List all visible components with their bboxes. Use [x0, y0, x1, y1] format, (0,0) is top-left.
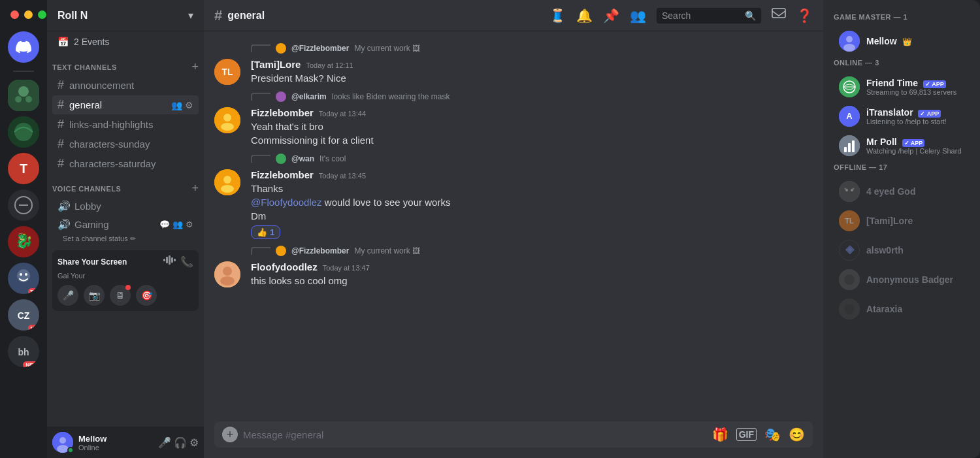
member-info-friend-time: Friend Time ✓ APP Streaming to 69,813 se… [866, 78, 970, 96]
server-icon-face[interactable]: 707 [8, 263, 39, 294]
member-name-mellow: Mellow 👑 [866, 36, 970, 46]
text-channels-add[interactable]: + [191, 60, 199, 74]
mention-floofydoodlez[interactable]: @Floofydoodlez [251, 197, 322, 208]
inbox-icon[interactable] [772, 7, 786, 24]
member-alsw0rth[interactable]: ◈ alsw0rth [828, 236, 975, 265]
svg-rect-21 [171, 257, 173, 263]
server-icon-d[interactable] [8, 189, 39, 221]
channel-announcement[interactable]: # announcement [52, 76, 199, 95]
reply-author: @Fizzlebomber [291, 44, 349, 53]
server-icon-planet[interactable] [8, 116, 39, 148]
mic-toggle[interactable]: 🎤 [158, 436, 171, 449]
member-info-alsw0rth: alsw0rth [866, 245, 970, 255]
server-icon-bh[interactable]: bh NEW [8, 336, 39, 367]
camera-icon[interactable]: 📷 [84, 285, 105, 306]
voice-channels-header[interactable]: VOICE CHANNELS + [47, 179, 204, 197]
channel-characters-sunday[interactable]: # characters-sunday [52, 135, 199, 154]
notification-icon[interactable]: 🔔 [576, 8, 593, 24]
member-info-tami2: [Tami]Lore [866, 216, 970, 226]
headphone-toggle[interactable]: 🎧 [174, 436, 187, 449]
member-avatar-tami2: TL [839, 210, 860, 231]
server-icon-home[interactable] [8, 31, 39, 63]
svg-point-54 [853, 188, 855, 190]
msg-content-4: Floofydoodlez Today at 13:47 this looks … [251, 261, 813, 287]
settings-icon[interactable]: ⚙ [185, 100, 193, 110]
svg-text:CZ: CZ [18, 310, 30, 321]
user-profile: Mellow Online 🎤 🎧 ⚙ [47, 427, 204, 458]
members-list-icon[interactable]: 👥 [630, 8, 646, 24]
maximize-button[interactable] [38, 10, 46, 19]
message-group-1: TL [Tami]Lore Today at 12:11 President M… [204, 56, 823, 88]
user-controls: 🎤 🎧 ⚙ [158, 436, 199, 449]
member-name-anon-badger: Anonymous Badger [866, 274, 970, 285]
activity-icon[interactable]: 🎯 [136, 285, 157, 306]
attach-button[interactable]: + [222, 427, 238, 442]
svg-text:◈: ◈ [845, 243, 855, 255]
channel-general-icons: 👥 ⚙ [171, 100, 193, 110]
waveform-icon[interactable] [163, 255, 176, 268]
set-channel-status[interactable]: Set a channel status ✏ [57, 233, 199, 244]
voice-channels-add[interactable]: + [191, 182, 199, 195]
svg-point-1 [18, 86, 29, 97]
message-group-2: Fizzlebomber Today at 13:44 Yeah that's … [204, 105, 823, 150]
msg-header-2: Fizzlebomber Today at 13:44 [251, 107, 813, 118]
server-header[interactable]: Roll N ▾ [47, 0, 204, 31]
svg-point-2 [15, 96, 22, 103]
hash-icon: # [57, 137, 64, 151]
reaction-thumbsup[interactable]: 👍 1 [251, 223, 813, 239]
svg-point-39 [846, 36, 853, 42]
channel-gaming-header[interactable]: 🔊 Gaming 💬 👥 ⚙ [52, 216, 199, 233]
member-itranslator[interactable]: A iTranslator ✓ APP Listening to /help t… [828, 102, 975, 131]
channel-gaming-group: 🔊 Gaming 💬 👥 ⚙ Set a channel status ✏ [52, 216, 199, 244]
channel-characters-sunday-name: characters-sunday [69, 139, 193, 150]
member-mellow[interactable]: Mellow 👑 [828, 27, 975, 56]
channel-general-name: general [69, 99, 167, 110]
mic-icon[interactable]: 🎤 [57, 285, 78, 306]
member-avatar-itranslator: A [839, 106, 860, 127]
text-channels-label: TEXT CHANNELS [52, 63, 117, 71]
server-icon-t[interactable]: T [8, 153, 39, 184]
pin-icon[interactable]: 📌 [603, 8, 619, 24]
member-tami-lore[interactable]: TL [Tami]Lore [828, 206, 975, 235]
share-screen-icon[interactable]: 🖥 [110, 285, 131, 306]
user-settings[interactable]: ⚙ [189, 436, 199, 449]
gift-icon[interactable]: 🎁 [712, 427, 728, 442]
member-friend-time[interactable]: Friend Time ✓ APP Streaming to 69,813 se… [828, 73, 975, 101]
channel-hash-icon: # [214, 7, 222, 24]
help-icon[interactable]: ❓ [796, 8, 813, 24]
text-channels-header[interactable]: TEXT CHANNELS + [47, 57, 204, 75]
member-ataraxia[interactable]: Ataraxia [828, 295, 975, 323]
server-icon-czepek[interactable]: CZ 177 [8, 299, 39, 331]
server-icon-rolln[interactable] [8, 80, 39, 111]
msg-header-3: Fizzlebomber Today at 13:45 [251, 169, 813, 180]
message-input-box: + 🎁 GIF 🎭 😊 [214, 421, 813, 448]
channel-lobby-name: Lobby [74, 201, 101, 212]
messages-area[interactable]: @Fizzlebomber My current work 🖼 TL [Tami… [204, 31, 823, 421]
sticker-icon[interactable]: 🎭 [764, 427, 781, 442]
member-mr-poll[interactable]: Mr Poll ✓ APP Watching /help | Celery Sh… [828, 131, 975, 160]
channel-general[interactable]: # general 👥 ⚙ [52, 95, 199, 114]
member-info-ataraxia: Ataraxia [866, 304, 970, 314]
channel-lobby[interactable]: 🔊 Lobby [52, 197, 199, 215]
emoji-icon[interactable]: 😊 [789, 427, 805, 442]
reply-text-2: looks like Biden wearing the mask [332, 92, 450, 101]
disconnect-icon[interactable]: 📞 [180, 255, 193, 268]
threads-icon[interactable]: 🧵 [549, 8, 566, 24]
member-avatar-friend-time [839, 76, 860, 97]
msg-time-2: Today at 13:44 [319, 110, 366, 118]
search-box[interactable]: Search 🔍 [657, 8, 761, 24]
settings-icon[interactable]: ⚙ [186, 220, 193, 229]
message-input[interactable] [243, 429, 707, 440]
minimize-button[interactable] [24, 10, 33, 19]
msg-text-3b: @Floofydoodlez would love to see your wo… [251, 195, 813, 209]
gif-icon[interactable]: GIF [736, 428, 757, 441]
server-icon-dragon[interactable]: 🐉 [8, 226, 39, 257]
member-anonymous-badger[interactable]: Anonymous Badger [828, 265, 975, 294]
member-4eyed-god[interactable]: 4 eyed God [828, 177, 975, 206]
channel-links[interactable]: # links-and-highlights [52, 115, 199, 134]
events-row[interactable]: 📅 2 Events [47, 31, 204, 52]
msg-time-4: Today at 13:47 [323, 264, 370, 272]
channel-characters-saturday[interactable]: # characters-saturday [52, 154, 199, 173]
close-button[interactable] [10, 10, 19, 19]
member-info-mellow: Mellow 👑 [866, 36, 970, 46]
